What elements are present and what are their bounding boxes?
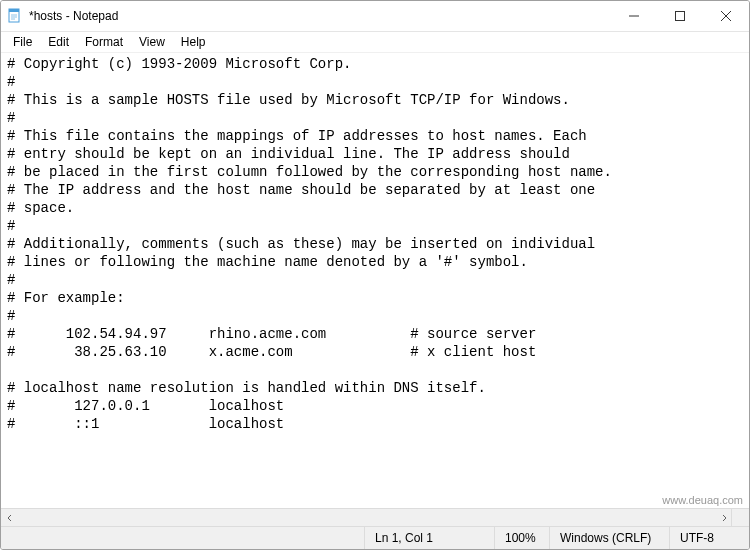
- status-cursor: Ln 1, Col 1: [364, 527, 494, 549]
- text-editor[interactable]: # Copyright (c) 1993-2009 Microsoft Corp…: [1, 53, 749, 509]
- chevron-left-icon: [6, 514, 14, 522]
- status-encoding: UTF-8: [669, 527, 749, 549]
- svg-rect-1: [9, 9, 19, 12]
- maximize-icon: [675, 11, 685, 21]
- notepad-window: *hosts - Notepad File Edit Format View H…: [0, 0, 750, 550]
- menu-help[interactable]: Help: [173, 33, 214, 51]
- title-bar[interactable]: *hosts - Notepad: [1, 1, 749, 32]
- scroll-corner: [731, 508, 749, 526]
- menu-edit[interactable]: Edit: [40, 33, 77, 51]
- close-button[interactable]: [703, 1, 749, 31]
- menu-bar: File Edit Format View Help: [1, 32, 749, 53]
- menu-file[interactable]: File: [5, 33, 40, 51]
- menu-view[interactable]: View: [131, 33, 173, 51]
- status-line-ending: Windows (CRLF): [549, 527, 669, 549]
- status-bar: Ln 1, Col 1 100% Windows (CRLF) UTF-8: [1, 526, 749, 549]
- editor-area: # Copyright (c) 1993-2009 Microsoft Corp…: [1, 53, 749, 526]
- maximize-button[interactable]: [657, 1, 703, 31]
- status-zoom: 100%: [494, 527, 549, 549]
- window-title: *hosts - Notepad: [29, 9, 118, 23]
- minimize-button[interactable]: [611, 1, 657, 31]
- scroll-left-button[interactable]: [1, 509, 18, 526]
- minimize-icon: [629, 11, 639, 21]
- svg-rect-6: [676, 12, 685, 21]
- scroll-track[interactable]: [18, 509, 715, 526]
- scroll-right-button[interactable]: [715, 509, 732, 526]
- horizontal-scrollbar[interactable]: [1, 508, 732, 526]
- close-icon: [721, 11, 731, 21]
- menu-format[interactable]: Format: [77, 33, 131, 51]
- notepad-icon: [7, 8, 23, 24]
- chevron-right-icon: [720, 514, 728, 522]
